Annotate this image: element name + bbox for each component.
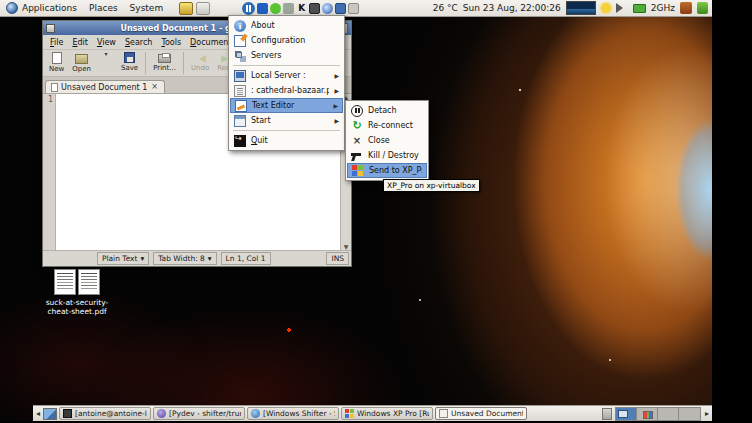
pdf-page-thumbnail	[78, 269, 100, 295]
desktop-file-icon[interactable]: suck-at-security- cheat-sheet.pdf	[44, 268, 110, 317]
menu-item-start[interactable]: Start ▶	[230, 113, 343, 128]
gedit-statusbar: Plain Text ▾ Tab Width: 8 ▾ Ln 1, Col 1 …	[43, 250, 351, 266]
menu-item-text-editor[interactable]: Text Editor ▶	[230, 98, 343, 113]
taskbar-window-pydev[interactable]: [Pydev - shifter/trunk/s...	[153, 407, 245, 420]
menu-separator	[233, 130, 340, 131]
workspace-3[interactable]	[658, 408, 679, 420]
submenu-item-send-to-xp-pro[interactable]: Send to XP_Pro	[347, 163, 427, 178]
taskbar-window-terminal[interactable]: [antoine@antoine-lapt...	[59, 407, 151, 420]
taskbar-window-windows-xp-pro[interactable]: Windows XP Pro [Runni...	[341, 407, 433, 420]
taskbar-scroll-right-icon[interactable]: ▸	[704, 409, 710, 418]
tab-close-icon[interactable]: ×	[150, 82, 159, 92]
system-tray: K	[242, 2, 359, 15]
menu-item-local-server[interactable]: Local Server : ▶	[230, 68, 343, 83]
speaker-icon[interactable]	[616, 3, 628, 13]
submenu-arrow-icon: ▶	[334, 72, 339, 79]
workspace-2[interactable]	[637, 408, 658, 420]
open-button[interactable]: Open	[69, 51, 94, 74]
taskbar-scroll-left-icon[interactable]: ◂	[35, 409, 41, 418]
menu-item-text-editor-label: Text Editor	[252, 101, 328, 110]
menu-search[interactable]: Search	[121, 37, 156, 48]
submenu-item-close[interactable]: × Close	[347, 133, 427, 148]
close-x-icon: ×	[351, 135, 363, 147]
trash-icon[interactable]	[602, 408, 612, 420]
undo-button[interactable]: Undo	[188, 51, 212, 73]
menu-file[interactable]: File	[46, 37, 67, 48]
launcher-screenshot-icon[interactable]	[196, 2, 210, 15]
language-combo[interactable]: Plain Text ▾	[97, 252, 149, 265]
menu-item-quit[interactable]: Quit	[230, 133, 343, 148]
workspace-1[interactable]	[616, 408, 637, 420]
weather-icon[interactable]	[566, 1, 596, 15]
open-dropdown-button[interactable]: ▾	[96, 51, 116, 58]
save-button[interactable]: Save	[118, 51, 141, 73]
applications-menu[interactable]: Applications	[0, 0, 83, 16]
workspace-4[interactable]	[679, 408, 700, 420]
menu-item-servers-label: Servers	[251, 51, 339, 60]
gedit-icon	[439, 409, 448, 418]
gedit-window-icon	[46, 24, 55, 33]
tab-width-combo[interactable]: Tab Width: 8 ▾	[153, 252, 216, 265]
menu-item-servers[interactable]: Servers	[230, 48, 343, 63]
undo-button-label: Undo	[191, 64, 209, 72]
system-menu[interactable]: System	[124, 0, 170, 16]
menu-item-about[interactable]: i About	[230, 18, 343, 33]
windows-flag-icon	[345, 409, 354, 418]
taskbar-window-windows-shifter[interactable]: [Windows Shifter - Shir...	[247, 407, 339, 420]
brightness-sun-icon[interactable]	[601, 3, 611, 13]
document-tab[interactable]: Unsaved Document 1 ×	[45, 80, 165, 93]
open-button-label: Open	[72, 65, 91, 73]
cpu-frequency[interactable]: 2GHz	[651, 3, 675, 13]
taskbar-window-unsaved-document[interactable]: Unsaved Document 1 ...	[435, 407, 527, 420]
skype-icon[interactable]	[270, 3, 281, 14]
shifter-tray-icon[interactable]	[242, 2, 255, 15]
screen-icon[interactable]	[309, 3, 320, 14]
document-icon	[234, 85, 246, 97]
menu-separator	[233, 65, 340, 66]
insert-mode-indicator: INS	[326, 252, 349, 265]
window-icon[interactable]	[348, 3, 359, 14]
show-desktop-button[interactable]	[43, 408, 57, 420]
menu-item-cathedral-bazaar-label: : cathedral-bazaar.ps	[251, 86, 329, 95]
menu-item-quit-label: Quit	[251, 136, 339, 145]
clock[interactable]: Sun 23 Aug, 22:00:26	[463, 3, 561, 13]
monitor-icon[interactable]	[335, 3, 346, 14]
print-button-label: Print...	[153, 64, 176, 72]
battery-icon[interactable]	[633, 4, 646, 13]
eclipse-icon	[157, 409, 166, 418]
toolbar-separator	[145, 52, 146, 74]
bluetooth-icon[interactable]	[257, 3, 268, 14]
package-updates-icon[interactable]	[680, 2, 692, 14]
k-app-icon[interactable]: K	[296, 3, 307, 14]
menu-item-configuration[interactable]: Configuration	[230, 33, 343, 48]
language-combo-label: Plain Text	[102, 254, 138, 263]
print-button[interactable]: Print...	[150, 51, 179, 73]
launcher-car-icon[interactable]	[179, 2, 193, 15]
menu-edit[interactable]: Edit	[68, 37, 92, 48]
text-editor-submenu: Detach ↻ Re-connect × Close Kill / Destr…	[345, 100, 429, 181]
network-icon[interactable]	[283, 3, 294, 14]
taskbar-window-unsaved-document-label: Unsaved Document 1 ...	[451, 409, 523, 418]
menu-tools[interactable]: Tools	[157, 37, 185, 48]
panel-launchers	[179, 2, 210, 15]
scroll-down-icon[interactable]: ▼	[344, 243, 349, 250]
reconnect-refresh-icon: ↻	[351, 120, 363, 132]
desktop-wallpaper: Applications Places System K	[0, 0, 712, 421]
submenu-item-detach-label: Detach	[368, 106, 423, 115]
submenu-item-reconnect-label: Re-connect	[368, 121, 423, 130]
menu-view[interactable]: View	[93, 37, 120, 48]
desktop-file-label-line1: suck-at-security-	[44, 298, 110, 307]
submenu-item-reconnect[interactable]: ↻ Re-connect	[347, 118, 427, 133]
globe-icon[interactable]	[322, 3, 333, 14]
taskbar-right-area: ▸	[602, 407, 710, 421]
software-green-icon[interactable]	[697, 2, 708, 14]
submenu-item-kill-destroy[interactable]: Kill / Destroy	[347, 148, 427, 163]
submenu-item-detach[interactable]: Detach	[347, 103, 427, 118]
menu-item-start-label: Start	[251, 116, 329, 125]
menu-item-about-label: About	[251, 21, 339, 30]
places-menu[interactable]: Places	[83, 0, 124, 16]
shifter-tray-menu: i About Configuration Servers Local Serv…	[228, 15, 345, 151]
document-tab-label: Unsaved Document 1	[61, 83, 147, 92]
new-button[interactable]: New	[46, 51, 67, 74]
menu-item-cathedral-bazaar[interactable]: : cathedral-bazaar.ps ▶	[230, 83, 343, 98]
